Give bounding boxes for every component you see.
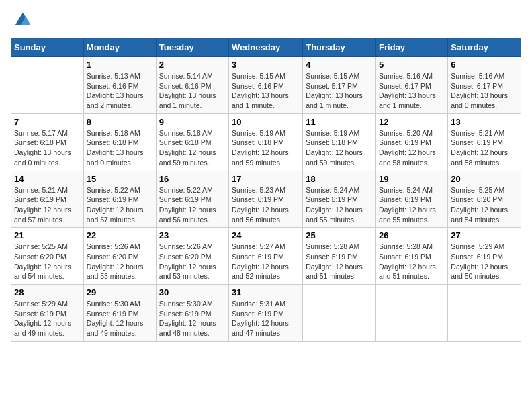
day-detail: Sunrise: 5:24 AMSunset: 6:19 PMDaylight:… — [379, 185, 445, 225]
calendar-cell: 23Sunrise: 5:26 AMSunset: 6:20 PMDayligh… — [156, 228, 228, 285]
logo — [11, 11, 32, 30]
header-sunday: Sunday — [11, 38, 84, 57]
day-number: 13 — [451, 117, 518, 127]
day-detail: Sunrise: 5:16 AMSunset: 6:17 PMDaylight:… — [451, 71, 518, 111]
calendar-cell: 16Sunrise: 5:22 AMSunset: 6:19 PMDayligh… — [156, 171, 228, 228]
day-number: 8 — [87, 117, 153, 127]
day-detail: Sunrise: 5:30 AMSunset: 6:19 PMDaylight:… — [159, 299, 226, 338]
day-number: 31 — [232, 287, 300, 298]
day-number: 14 — [14, 174, 81, 184]
calendar-cell: 25Sunrise: 5:28 AMSunset: 6:19 PMDayligh… — [303, 228, 376, 285]
day-detail: Sunrise: 5:26 AMSunset: 6:20 PMDaylight:… — [159, 242, 226, 281]
calendar-cell: 8Sunrise: 5:18 AMSunset: 6:18 PMDaylight… — [83, 113, 156, 171]
day-number: 23 — [159, 230, 226, 240]
calendar-cell — [303, 285, 376, 342]
day-number: 15 — [87, 174, 153, 184]
calendar-header-row: SundayMondayTuesdayWednesdayThursdayFrid… — [11, 38, 521, 57]
day-detail: Sunrise: 5:31 AMSunset: 6:19 PMDaylight:… — [232, 299, 300, 338]
calendar-week-5: 28Sunrise: 5:29 AMSunset: 6:19 PMDayligh… — [11, 285, 521, 342]
day-number: 12 — [379, 117, 445, 127]
day-number: 16 — [159, 174, 226, 184]
calendar-week-4: 21Sunrise: 5:25 AMSunset: 6:20 PMDayligh… — [11, 228, 521, 285]
calendar-cell: 19Sunrise: 5:24 AMSunset: 6:19 PMDayligh… — [376, 171, 448, 228]
calendar-cell: 26Sunrise: 5:28 AMSunset: 6:19 PMDayligh… — [376, 228, 448, 285]
day-number: 26 — [379, 230, 445, 240]
calendar-cell: 15Sunrise: 5:22 AMSunset: 6:19 PMDayligh… — [83, 171, 156, 228]
day-number: 4 — [306, 60, 373, 70]
calendar-week-2: 7Sunrise: 5:17 AMSunset: 6:18 PMDaylight… — [11, 113, 521, 171]
day-number: 7 — [14, 117, 81, 127]
calendar-cell: 29Sunrise: 5:30 AMSunset: 6:19 PMDayligh… — [83, 285, 156, 342]
header-thursday: Thursday — [303, 38, 376, 57]
day-detail: Sunrise: 5:30 AMSunset: 6:19 PMDaylight:… — [87, 299, 153, 338]
day-number: 22 — [87, 230, 153, 240]
day-number: 19 — [379, 174, 445, 184]
day-number: 6 — [451, 60, 518, 70]
calendar-cell: 22Sunrise: 5:26 AMSunset: 6:20 PMDayligh… — [83, 228, 156, 285]
day-detail: Sunrise: 5:15 AMSunset: 6:17 PMDaylight:… — [306, 71, 373, 111]
calendar-cell — [11, 57, 84, 114]
day-detail: Sunrise: 5:23 AMSunset: 6:19 PMDaylight:… — [232, 185, 300, 225]
calendar-cell: 17Sunrise: 5:23 AMSunset: 6:19 PMDayligh… — [229, 171, 303, 228]
day-detail: Sunrise: 5:29 AMSunset: 6:19 PMDaylight:… — [451, 242, 518, 281]
day-detail: Sunrise: 5:14 AMSunset: 6:16 PMDaylight:… — [159, 71, 226, 111]
calendar-cell — [448, 285, 521, 342]
calendar-table: SundayMondayTuesdayWednesdayThursdayFrid… — [11, 38, 521, 342]
day-detail: Sunrise: 5:19 AMSunset: 6:18 PMDaylight:… — [232, 128, 300, 168]
day-number: 20 — [451, 174, 518, 184]
calendar-cell: 11Sunrise: 5:19 AMSunset: 6:18 PMDayligh… — [303, 113, 376, 171]
day-detail: Sunrise: 5:25 AMSunset: 6:20 PMDaylight:… — [14, 242, 81, 281]
day-detail: Sunrise: 5:21 AMSunset: 6:19 PMDaylight:… — [451, 128, 518, 168]
day-number: 27 — [451, 230, 518, 240]
calendar-cell — [376, 285, 448, 342]
day-detail: Sunrise: 5:20 AMSunset: 6:19 PMDaylight:… — [379, 128, 445, 168]
calendar-cell: 3Sunrise: 5:15 AMSunset: 6:16 PMDaylight… — [229, 57, 303, 114]
calendar-cell: 2Sunrise: 5:14 AMSunset: 6:16 PMDaylight… — [156, 57, 228, 114]
day-number: 10 — [232, 117, 300, 127]
calendar-cell: 14Sunrise: 5:21 AMSunset: 6:19 PMDayligh… — [11, 171, 84, 228]
day-number: 29 — [87, 287, 153, 298]
header-tuesday: Tuesday — [156, 38, 228, 57]
calendar-cell: 18Sunrise: 5:24 AMSunset: 6:19 PMDayligh… — [303, 171, 376, 228]
header-monday: Monday — [83, 38, 156, 57]
day-number: 11 — [306, 117, 373, 127]
day-number: 1 — [87, 60, 153, 70]
calendar-cell: 20Sunrise: 5:25 AMSunset: 6:20 PMDayligh… — [448, 171, 521, 228]
day-detail: Sunrise: 5:27 AMSunset: 6:19 PMDaylight:… — [232, 242, 300, 281]
day-detail: Sunrise: 5:18 AMSunset: 6:18 PMDaylight:… — [87, 128, 153, 168]
day-detail: Sunrise: 5:24 AMSunset: 6:19 PMDaylight:… — [306, 185, 373, 225]
day-detail: Sunrise: 5:22 AMSunset: 6:19 PMDaylight:… — [159, 185, 226, 225]
calendar-cell: 31Sunrise: 5:31 AMSunset: 6:19 PMDayligh… — [229, 285, 303, 342]
day-detail: Sunrise: 5:25 AMSunset: 6:20 PMDaylight:… — [451, 185, 518, 225]
day-number: 2 — [159, 60, 226, 70]
day-detail: Sunrise: 5:18 AMSunset: 6:18 PMDaylight:… — [159, 128, 226, 168]
calendar-cell: 24Sunrise: 5:27 AMSunset: 6:19 PMDayligh… — [229, 228, 303, 285]
header-saturday: Saturday — [448, 38, 521, 57]
day-detail: Sunrise: 5:13 AMSunset: 6:16 PMDaylight:… — [87, 71, 153, 111]
calendar-cell: 27Sunrise: 5:29 AMSunset: 6:19 PMDayligh… — [448, 228, 521, 285]
day-detail: Sunrise: 5:26 AMSunset: 6:20 PMDaylight:… — [87, 242, 153, 281]
calendar-cell: 28Sunrise: 5:29 AMSunset: 6:19 PMDayligh… — [11, 285, 84, 342]
calendar-cell: 30Sunrise: 5:30 AMSunset: 6:19 PMDayligh… — [156, 285, 228, 342]
header-wednesday: Wednesday — [229, 38, 303, 57]
day-detail: Sunrise: 5:15 AMSunset: 6:16 PMDaylight:… — [232, 71, 300, 111]
day-detail: Sunrise: 5:28 AMSunset: 6:19 PMDaylight:… — [379, 242, 445, 281]
calendar-cell: 1Sunrise: 5:13 AMSunset: 6:16 PMDaylight… — [83, 57, 156, 114]
day-number: 3 — [232, 60, 300, 70]
day-detail: Sunrise: 5:19 AMSunset: 6:18 PMDaylight:… — [306, 128, 373, 168]
calendar-cell: 13Sunrise: 5:21 AMSunset: 6:19 PMDayligh… — [448, 113, 521, 171]
calendar-cell: 4Sunrise: 5:15 AMSunset: 6:17 PMDaylight… — [303, 57, 376, 114]
day-detail: Sunrise: 5:28 AMSunset: 6:19 PMDaylight:… — [306, 242, 373, 281]
day-number: 24 — [232, 230, 300, 240]
calendar-cell: 6Sunrise: 5:16 AMSunset: 6:17 PMDaylight… — [448, 57, 521, 114]
day-detail: Sunrise: 5:17 AMSunset: 6:18 PMDaylight:… — [14, 128, 81, 168]
day-detail: Sunrise: 5:22 AMSunset: 6:19 PMDaylight:… — [87, 185, 153, 225]
day-detail: Sunrise: 5:16 AMSunset: 6:17 PMDaylight:… — [379, 71, 445, 111]
page-header — [11, 11, 521, 30]
calendar-cell: 9Sunrise: 5:18 AMSunset: 6:18 PMDaylight… — [156, 113, 228, 171]
calendar-week-1: 1Sunrise: 5:13 AMSunset: 6:16 PMDaylight… — [11, 57, 521, 114]
day-number: 5 — [379, 60, 445, 70]
logo-icon — [13, 11, 32, 30]
day-number: 30 — [159, 287, 226, 298]
header-friday: Friday — [376, 38, 448, 57]
